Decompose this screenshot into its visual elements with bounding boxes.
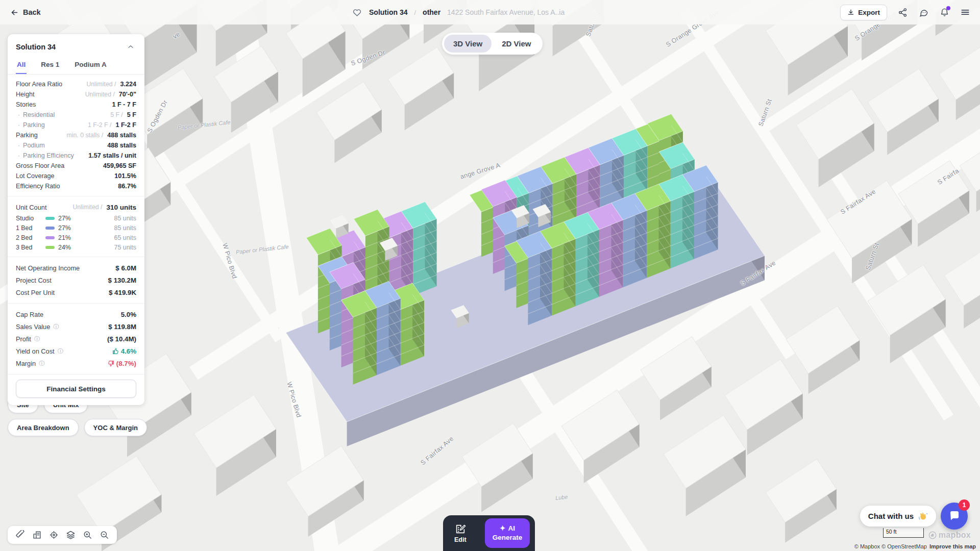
export-button[interactable]: Export [840,5,887,20]
chat-bubble-icon [948,510,961,522]
improve-map-link[interactable]: Improve this map [929,543,976,549]
stat-row-parking: Parkingmin. 0 stalls /488 stalls [16,130,136,140]
chat-with-us-pill[interactable]: Chat with us [860,506,936,527]
mapbox-logo[interactable]: mapbox [928,531,971,540]
notifications-bell-icon[interactable] [939,7,950,18]
zoom-out-icon[interactable] [99,530,110,541]
mix-row-1bed: 1 Bed27%85 units [16,223,136,233]
solution-panel: Solution 34 All Res 1 Podium A Floor Are… [8,34,144,405]
map-toolbar [8,526,117,544]
buildings-icon[interactable] [32,530,43,541]
menu-hamburger-icon[interactable] [960,7,971,18]
breadcrumb-separator: / [414,9,416,16]
back-label: Back [23,8,41,16]
toggle-3d-view[interactable]: 3D View [444,35,492,53]
layers-icon[interactable] [65,530,77,541]
map-canvas[interactable] [0,0,980,551]
back-button[interactable]: Back [10,8,41,17]
generate-label: Generate [493,533,523,542]
thumb-up-icon [112,348,119,355]
top-bar-actions: Export [840,5,971,20]
wave-hand-icon [918,511,928,521]
studio-color-swatch [45,217,55,220]
zoom-in-icon[interactable] [82,530,93,541]
toggle-2d-view[interactable]: 2D View [493,35,540,53]
3bed-color-swatch [45,246,55,249]
top-bar: Back Solution 34 / other 1422 South Fair… [0,0,980,24]
share-icon[interactable] [897,7,908,18]
notification-dot [946,6,950,10]
cap-rate-row: Cap Rate5.0% [16,308,136,320]
solution-title[interactable]: Solution 34 [369,8,407,16]
massing-stats-section: Floor Area RatioUnlimited /3.224 HeightU… [8,74,144,196]
app-window: { "top_bar": { "back_label": "Back", "ti… [0,0,980,551]
stat-row: ·Parking1 F-2 F /1 F-2 F [16,120,136,130]
mix-row-3bed: 3 Bed24%75 units [16,242,136,252]
project-address: 1422 South Fairfax Avenue, Los A..ia [447,8,565,16]
unit-count-row: Unit CountUnlimited /310 units [16,201,136,213]
export-label: Export [858,9,880,16]
unit-mix-section: Unit CountUnlimited /310 units Studio27%… [8,196,144,257]
panel-tabs: All Res 1 Podium A [8,57,144,74]
sales-value-row: Sales Valueⓘ$ 119.8M [16,320,136,333]
tab-podium-a[interactable]: Podium A [74,57,108,74]
solution-category[interactable]: other [423,8,440,16]
project-cost-row: Project Cost$ 130.2M [16,274,136,286]
collapse-chevron-icon[interactable] [125,41,136,53]
chat-unread-badge: 1 [959,499,970,511]
stat-row: ·Residential5 F /5 F [16,110,136,120]
chat-fab-button[interactable]: 1 [941,503,968,530]
stat-row: Efficiency Ratio86.7% [16,181,136,191]
ai-label: AI [508,524,515,533]
margin-row: Marginⓘ(8.7%) [16,357,136,369]
edit-label: Edit [454,536,467,543]
1bed-color-swatch [45,227,55,230]
edit-pencil-icon [455,523,466,535]
financials-section: Net Operating Income$ 6.0M Project Cost$… [8,257,144,304]
chat-label: Chat with us [868,512,914,520]
view-toggle: 3D View 2D View [442,33,543,55]
favorite-heart-icon[interactable] [351,7,362,18]
map-attribution[interactable]: © Mapbox © OpenStreetMapImprove this map [854,543,976,549]
info-icon[interactable]: ⓘ [58,347,64,355]
breadcrumb: Solution 34 / other 1422 South Fairfax A… [351,7,565,18]
stat-row: Stories1 F - 7 F [16,99,136,110]
2bed-color-swatch [45,236,55,239]
stat-row: Floor Area RatioUnlimited /3.224 [16,79,136,89]
mix-row-studio: Studio27%85 units [16,213,136,223]
stat-row: ·Podium488 stalls [16,140,136,151]
mix-row-2bed: 2 Bed21%65 units [16,233,136,242]
info-icon[interactable]: ⓘ [34,335,40,343]
financial-settings-button[interactable]: Financial Settings [16,380,136,398]
stat-row: ·Parking Efficiency1.57 stalls / unit [16,151,136,161]
tab-res-1[interactable]: Res 1 [40,57,60,74]
stat-row: Gross Floor Area459,965 SF [16,161,136,171]
returns-section: Cap Rate5.0% Sales Valueⓘ$ 119.8M Profit… [8,304,144,374]
yield-on-cost-row: Yield on Costⓘ4.6% [16,345,136,357]
cost-per-unit-row: Cost Per Unit$ 419.9K [16,286,136,298]
attribution-text: © Mapbox © OpenStreetMap [854,543,927,549]
locate-target-icon[interactable] [48,530,60,541]
measure-ruler-icon[interactable] [15,530,26,541]
stat-row: HeightUnlimited /70'-0" [16,89,136,99]
feedback-icon[interactable] [918,7,929,18]
info-icon[interactable]: ⓘ [39,360,45,367]
stat-row: Lot Coverage101.5% [16,171,136,181]
map-scale-bar: 50 ft [883,528,924,538]
noi-row: Net Operating Income$ 6.0M [16,262,136,274]
chip-yoc-margin[interactable]: YOC & Margin [84,419,147,436]
panel-title: Solution 34 [16,43,56,51]
sparkle-icon: ✦ [500,524,505,533]
thumb-down-icon [108,360,114,367]
back-arrow-icon [10,8,19,17]
tab-all[interactable]: All [16,57,27,74]
chip-area-breakdown[interactable]: Area Breakdown [8,419,79,436]
info-icon[interactable]: ⓘ [53,323,59,331]
ai-generate-button[interactable]: ✦AI Generate [485,518,530,548]
bottom-action-bar: Edit ✦AI Generate [443,515,535,551]
profit-row: Profitⓘ($ 10.4M) [16,333,136,345]
download-icon [847,9,854,16]
edit-button[interactable]: Edit [454,523,467,543]
